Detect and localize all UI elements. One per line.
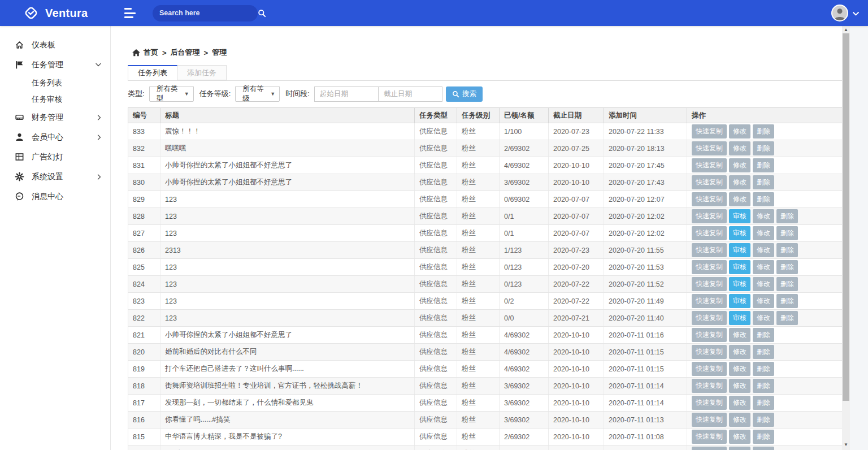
vertical-scrollbar[interactable]: ▲ ▼ bbox=[842, 26, 850, 450]
quick-copy-button[interactable]: 快速复制 bbox=[692, 362, 727, 376]
delete-button[interactable]: 删除 bbox=[776, 277, 798, 291]
search-icon[interactable] bbox=[258, 9, 266, 18]
audit-button[interactable]: 审核 bbox=[729, 209, 750, 223]
quick-copy-button[interactable]: 快速复制 bbox=[692, 447, 727, 450]
delete-button[interactable]: 删除 bbox=[776, 243, 798, 257]
delete-button[interactable]: 删除 bbox=[753, 413, 774, 427]
quick-copy-button[interactable]: 快速复制 bbox=[692, 243, 727, 257]
start-date-input[interactable] bbox=[314, 86, 379, 102]
level-select[interactable]: 所有等级 ▼ bbox=[235, 86, 280, 102]
delete-button[interactable]: 删除 bbox=[753, 141, 774, 155]
sidebar-item-system-settings[interactable]: 系统设置 bbox=[0, 167, 110, 187]
edit-button[interactable]: 修改 bbox=[729, 124, 750, 139]
edit-button[interactable]: 修改 bbox=[729, 141, 750, 155]
audit-button[interactable]: 审核 bbox=[729, 294, 750, 308]
sidebar-item-task-audit[interactable]: 任务审核 bbox=[0, 91, 110, 107]
delete-button[interactable]: 删除 bbox=[753, 124, 774, 139]
row-type: 供应信息 bbox=[415, 293, 457, 310]
delete-button[interactable]: 删除 bbox=[776, 209, 798, 223]
tab-add-task[interactable]: 添加任务 bbox=[177, 65, 227, 80]
sidebar-item-member-center[interactable]: 会员中心 bbox=[0, 127, 110, 147]
row-level: 粉丝 bbox=[457, 259, 500, 276]
edit-button[interactable]: 修改 bbox=[729, 396, 750, 410]
delete-button[interactable]: 删除 bbox=[776, 260, 798, 274]
edit-button[interactable]: 修改 bbox=[753, 294, 774, 308]
sidebar-item-finance[interactable]: 财务管理 bbox=[0, 107, 110, 127]
audit-button[interactable]: 审核 bbox=[729, 311, 750, 325]
audit-button[interactable]: 审核 bbox=[729, 226, 750, 240]
quick-copy-button[interactable]: 快速复制 bbox=[692, 226, 727, 240]
delete-button[interactable]: 删除 bbox=[753, 328, 774, 342]
menu-toggle-button[interactable] bbox=[124, 8, 138, 18]
table-row: 814#闺蜜供应信息粉丝2/693022020-10-102020-07-11 … bbox=[128, 445, 843, 450]
edit-button[interactable]: 修改 bbox=[729, 430, 750, 444]
edit-button[interactable]: 修改 bbox=[729, 379, 750, 393]
delete-button[interactable]: 删除 bbox=[753, 362, 774, 376]
edit-button[interactable]: 修改 bbox=[753, 243, 774, 257]
sidebar-item-ad-slides[interactable]: 广告幻灯 bbox=[0, 147, 110, 167]
table-row: 820婚前和婚后的对比有什么不同供应信息粉丝4/693022020-10-102… bbox=[128, 344, 843, 361]
quick-copy-button[interactable]: 快速复制 bbox=[692, 294, 727, 308]
edit-button[interactable]: 修改 bbox=[729, 328, 750, 342]
quick-copy-button[interactable]: 快速复制 bbox=[692, 260, 727, 274]
brand[interactable]: Ventura bbox=[0, 5, 111, 21]
user-menu[interactable] bbox=[831, 5, 859, 21]
type-select[interactable]: 所有类型 ▼ bbox=[149, 86, 194, 102]
delete-button[interactable]: 删除 bbox=[753, 158, 774, 172]
delete-button[interactable]: 删除 bbox=[753, 447, 774, 450]
edit-button[interactable]: 修改 bbox=[729, 158, 750, 172]
delete-button[interactable]: 删除 bbox=[753, 192, 774, 206]
edit-button[interactable]: 修改 bbox=[753, 226, 774, 240]
edit-button[interactable]: 修改 bbox=[753, 277, 774, 291]
quick-copy-button[interactable]: 快速复制 bbox=[692, 277, 727, 291]
audit-button[interactable]: 审核 bbox=[729, 260, 750, 274]
edit-button[interactable]: 修改 bbox=[753, 311, 774, 325]
edit-button[interactable]: 修改 bbox=[729, 362, 750, 376]
sidebar-item-task-management[interactable]: 任务管理 bbox=[0, 55, 110, 75]
quick-copy-button[interactable]: 快速复制 bbox=[692, 396, 727, 410]
scroll-up-arrow[interactable]: ▲ bbox=[842, 26, 850, 33]
end-date-input[interactable] bbox=[378, 86, 442, 102]
tab-task-list[interactable]: 任务列表 bbox=[128, 65, 177, 80]
quick-copy-button[interactable]: 快速复制 bbox=[692, 141, 727, 155]
avatar[interactable] bbox=[831, 5, 848, 21]
delete-button[interactable]: 删除 bbox=[776, 294, 798, 308]
quick-copy-button[interactable]: 快速复制 bbox=[692, 328, 727, 342]
audit-button[interactable]: 审核 bbox=[729, 277, 750, 291]
search-button[interactable]: 搜索 bbox=[446, 86, 483, 102]
edit-button[interactable]: 修改 bbox=[729, 345, 750, 359]
quick-copy-button[interactable]: 快速复制 bbox=[692, 175, 727, 189]
edit-button[interactable]: 修改 bbox=[729, 175, 750, 189]
delete-button[interactable]: 删除 bbox=[776, 311, 798, 325]
quick-copy-button[interactable]: 快速复制 bbox=[692, 124, 727, 139]
quick-copy-button[interactable]: 快速复制 bbox=[692, 192, 727, 206]
delete-button[interactable]: 删除 bbox=[753, 396, 774, 410]
scroll-down-arrow[interactable]: ▼ bbox=[842, 441, 850, 448]
edit-button[interactable]: 修改 bbox=[729, 413, 750, 427]
delete-button[interactable]: 删除 bbox=[776, 226, 798, 240]
audit-button[interactable]: 审核 bbox=[729, 243, 750, 257]
quick-copy-button[interactable]: 快速复制 bbox=[692, 430, 727, 444]
delete-button[interactable]: 删除 bbox=[753, 379, 774, 393]
sidebar-item-message-center[interactable]: 消息中心 bbox=[0, 187, 110, 206]
quick-copy-button[interactable]: 快速复制 bbox=[692, 413, 727, 427]
delete-button[interactable]: 删除 bbox=[753, 345, 774, 359]
breadcrumb-home[interactable]: 首页 bbox=[144, 47, 158, 58]
quick-copy-button[interactable]: 快速复制 bbox=[692, 209, 727, 223]
quick-copy-button[interactable]: 快速复制 bbox=[692, 379, 727, 393]
breadcrumb-backend[interactable]: 后台管理 bbox=[171, 47, 200, 58]
edit-button[interactable]: 修改 bbox=[729, 447, 750, 450]
edit-button[interactable]: 修改 bbox=[753, 260, 774, 274]
scrollbar-thumb[interactable] bbox=[843, 33, 849, 401]
quick-copy-button[interactable]: 快速复制 bbox=[692, 311, 727, 325]
search-input[interactable] bbox=[159, 9, 258, 17]
sidebar-item-dashboard[interactable]: 仪表板 bbox=[0, 35, 110, 55]
quick-copy-button[interactable]: 快速复制 bbox=[692, 345, 727, 359]
edit-button[interactable]: 修改 bbox=[753, 209, 774, 223]
select-caret-icon: ▼ bbox=[184, 91, 189, 97]
delete-button[interactable]: 删除 bbox=[753, 175, 774, 189]
quick-copy-button[interactable]: 快速复制 bbox=[692, 158, 727, 172]
edit-button[interactable]: 修改 bbox=[729, 192, 750, 206]
delete-button[interactable]: 删除 bbox=[753, 430, 774, 444]
sidebar-item-task-list[interactable]: 任务列表 bbox=[0, 75, 110, 91]
